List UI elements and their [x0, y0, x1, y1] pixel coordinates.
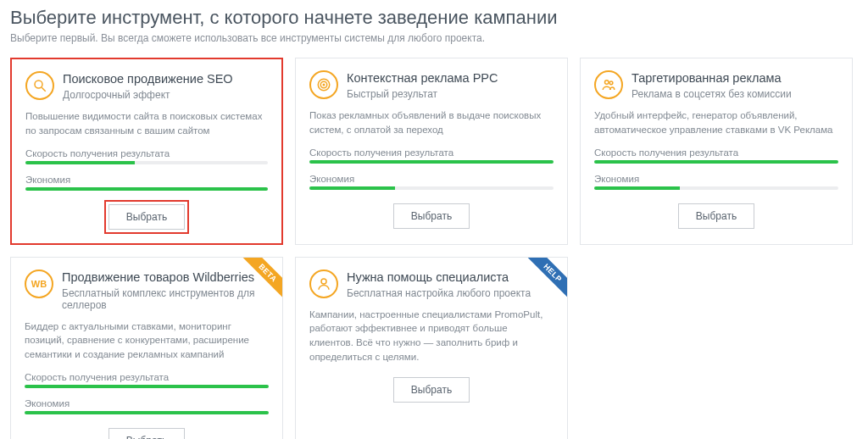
metric-speed-bar [594, 160, 838, 164]
page-subtitle: Выберите первый. Вы всегда сможете испол… [10, 32, 858, 44]
tool-card[interactable]: HELPНужна помощь специалистаБесплатная н… [295, 257, 568, 439]
card-subtitle: Реклама в соцсетях без комиссии [632, 88, 792, 100]
metric-speed-bar [25, 161, 268, 164]
svg-point-4 [323, 84, 325, 86]
metric-speed-bar [309, 160, 554, 164]
wb-icon: WB [25, 270, 53, 298]
metric-economy-label: Экономия [594, 174, 838, 184]
card-subtitle: Быстрый результат [347, 88, 498, 100]
card-description: Биддер с актуальными ставками, мониторин… [25, 320, 269, 362]
metric-economy-bar [25, 411, 269, 414]
card-description: Удобный интерфейс, генератор объявлений,… [594, 108, 838, 137]
card-description: Кампании, настроенные специалистами Prom… [309, 308, 554, 364]
metric-economy-label: Экономия [309, 174, 554, 184]
select-button[interactable]: Выбрать [108, 204, 185, 230]
page-title: Выберите инструмент, с которого начнете … [10, 7, 858, 29]
metric-economy-bar [25, 187, 268, 191]
target-icon [309, 70, 338, 99]
metric-speed-label: Скорость получения результата [25, 148, 268, 158]
metric-speed-label: Скорость получения результата [25, 372, 269, 382]
svg-point-7 [321, 279, 326, 284]
svg-point-6 [609, 81, 613, 85]
metric-economy-label: Экономия [25, 398, 269, 408]
person-icon [309, 270, 338, 298]
metric-economy-label: Экономия [25, 175, 268, 185]
tool-card[interactable]: Таргетированная рекламаРеклама в соцсетя… [580, 58, 853, 245]
metric-speed-label: Скорость получения результата [309, 147, 554, 158]
metric-speed-label: Скорость получения результата [594, 147, 838, 158]
select-button[interactable]: Выбрать [393, 203, 470, 229]
metric-economy-bar [594, 186, 838, 190]
select-button[interactable]: Выбрать [108, 428, 185, 439]
card-subtitle: Бесплатная настройка любого проекта [347, 287, 531, 299]
svg-point-5 [605, 81, 609, 85]
select-button[interactable]: Выбрать [393, 377, 470, 403]
cards-container: Поисковое продвижение SEOДолгосрочный эф… [10, 58, 858, 439]
tool-card[interactable]: BETAWBПродвижение товаров WildberriesБес… [10, 257, 283, 439]
card-title: Таргетированная реклама [632, 70, 792, 86]
card-title: Поисковое продвижение SEO [63, 71, 233, 87]
card-description: Повышение видимости сайта в поисковых си… [25, 109, 268, 138]
metric-speed-bar [25, 385, 269, 388]
tool-card[interactable]: Контекстная реклама PPCБыстрый результат… [295, 58, 568, 245]
select-button[interactable]: Выбрать [678, 203, 754, 229]
metric-economy-bar [309, 186, 554, 190]
card-description: Показ рекламных объявлений в выдаче поис… [309, 108, 554, 137]
tool-card[interactable]: Поисковое продвижение SEOДолгосрочный эф… [10, 58, 283, 245]
card-subtitle: Долгосрочный эффект [63, 89, 233, 101]
card-title: Нужна помощь специалиста [347, 270, 531, 286]
people-icon [594, 70, 623, 99]
card-title: Продвижение товаров Wildberries [62, 270, 269, 286]
svg-point-0 [35, 81, 42, 88]
magnifier-icon [25, 71, 54, 100]
svg-line-1 [42, 87, 46, 92]
card-title: Контекстная реклама PPC [347, 70, 498, 86]
card-subtitle: Бесплатный комплекс инструментов для сел… [62, 287, 269, 311]
